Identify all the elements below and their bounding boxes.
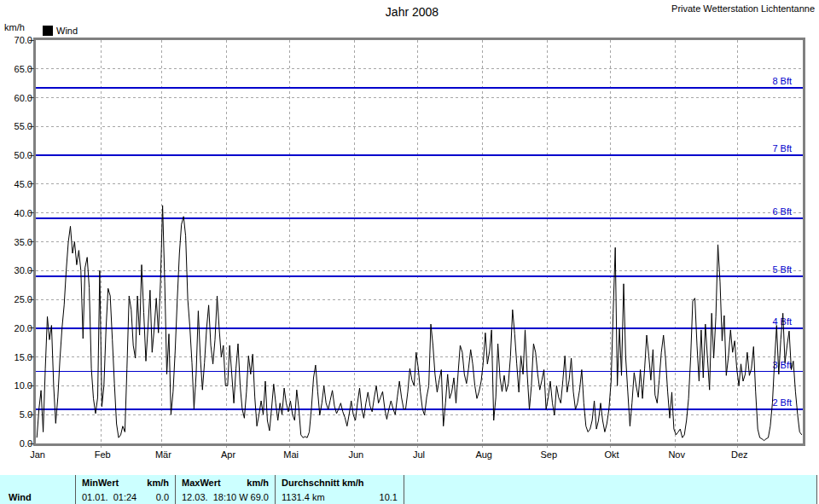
summary-table: Wind MinWert km/h 01.01. 01:24 0.0 MaxWe…	[0, 475, 817, 504]
x-month-label: Jan	[30, 449, 45, 460]
y-tick-label: 70.0	[15, 35, 32, 45]
y-tick-label: 5.0	[20, 409, 32, 420]
x-month-label: Nov	[668, 449, 685, 460]
min-unit: km/h	[147, 476, 169, 490]
summary-blank-header	[0, 476, 75, 490]
min-value: 0.0	[156, 490, 169, 504]
beaufort-label: 2 Bft	[772, 397, 792, 408]
y-tick-label: 15.0	[15, 352, 32, 362]
max-datetime: 12.03. 18:10	[182, 490, 236, 504]
y-tick-label: 45.0	[15, 179, 32, 189]
summary-col-min: MinWert km/h 01.01. 01:24 0.0	[75, 475, 175, 504]
min-header: MinWert	[82, 476, 119, 490]
summary-col-avg: Durchschnitt km/h 1131.4 km 10.1	[275, 475, 404, 504]
avg-distance: 1131.4 km	[282, 490, 325, 504]
beaufort-label: 8 Bft	[772, 76, 792, 86]
y-tick-label: 65.0	[15, 64, 32, 74]
max-header: MaxWert	[182, 476, 221, 490]
min-datetime: 01.01. 01:24	[82, 490, 136, 504]
wind-line-chart: 8 Bft7 Bft6 Bft5 Bft4 Bft3 Bft2 Bft70.06…	[0, 0, 819, 471]
y-tick-label: 25.0	[15, 294, 32, 304]
x-month-label: Dez	[731, 449, 748, 460]
beaufort-label: 3 Bft	[772, 360, 792, 370]
avg-value: 10.1	[380, 490, 398, 504]
x-month-label: Jun	[348, 449, 363, 460]
x-month-label: Jul	[413, 449, 425, 460]
avg-header: Durchschnitt km/h	[282, 476, 364, 490]
y-tick-label: 20.0	[15, 323, 32, 333]
x-month-label: Feb	[95, 449, 111, 460]
beaufort-label: 6 Bft	[772, 206, 792, 217]
summary-col-empty	[404, 475, 816, 504]
y-tick-label: 0.0	[20, 438, 32, 449]
summary-col-series: Wind	[0, 475, 75, 504]
y-tick-label: 40.0	[15, 208, 32, 218]
y-tick-label: 30.0	[15, 265, 32, 275]
x-month-label: Mär	[155, 449, 171, 460]
beaufort-label: 5 Bft	[772, 264, 792, 275]
max-value: W 69.0	[239, 490, 269, 504]
x-month-label: Apr	[221, 449, 235, 460]
summary-row-label: Wind	[9, 490, 32, 504]
x-month-label: Sep	[541, 449, 558, 460]
y-tick-label: 10.0	[15, 380, 32, 391]
y-tick-label: 50.0	[15, 150, 32, 160]
y-tick-label: 60.0	[15, 93, 32, 103]
beaufort-label: 7 Bft	[772, 143, 792, 154]
x-month-label: Mai	[283, 449, 299, 460]
summary-col-max: MaxWert km/h 12.03. 18:10 W 69.0	[175, 475, 275, 504]
x-month-label: Okt	[604, 449, 619, 460]
y-tick-label: 55.0	[15, 121, 32, 131]
wind-series-line	[37, 206, 802, 441]
y-tick-label: 35.0	[15, 237, 32, 247]
max-unit: km/h	[247, 476, 269, 490]
x-month-label: Aug	[475, 449, 492, 460]
